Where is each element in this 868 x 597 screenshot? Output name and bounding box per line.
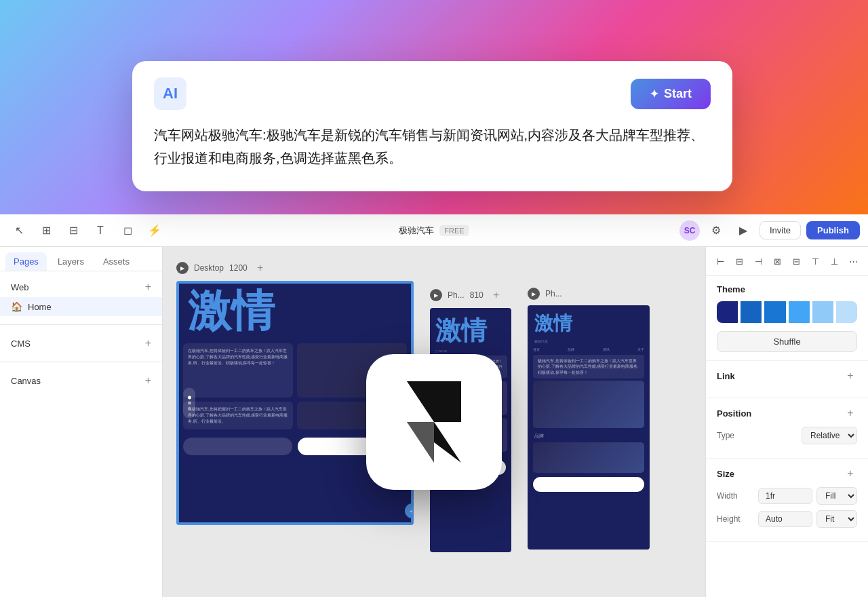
add-position-button[interactable]: + (844, 406, 857, 420)
text-tool[interactable]: T (90, 220, 111, 242)
home-icon: 🏠 (11, 301, 22, 312)
frame-add-phone[interactable]: + (489, 288, 504, 303)
brand-subtitle: 极驰汽车 (528, 339, 650, 346)
preview-button[interactable]: ▶ (732, 220, 754, 242)
ai-card-header: AI ✦ Start (154, 77, 711, 110)
height-input[interactable] (758, 511, 812, 527)
frame-play-brand[interactable]: ▶ (528, 288, 540, 300)
color-swatch-4[interactable] (789, 301, 810, 323)
align-tools: ⊢ ⊟ ⊣ ⊠ ⊟ ⊤ ⊥ ⋯ (706, 247, 868, 276)
main-area: Pages Layers Assets Web + 🏠 Home CMS + (0, 247, 868, 597)
shape-tool[interactable]: ◻ (117, 220, 138, 242)
width-input[interactable] (758, 488, 812, 504)
add-web-icon[interactable]: + (145, 281, 151, 293)
size-title: Size + (717, 467, 857, 480)
width-value: Fill (758, 487, 857, 505)
frame-text-block-1: 在极驰汽车,您将体验到一工二的购车之旅！跌入汽车世界的心脏,了解各大品牌的汽车性… (183, 343, 293, 398)
cursor-tool[interactable]: ↖ (8, 220, 30, 242)
frame-wrapper-brand: ▶ Ph... 激情 极驰汽车 首页 品牌 资讯 关于 极驰汽车,您将体验到一工… (528, 288, 650, 583)
settings-button[interactable]: ⚙ (705, 220, 727, 242)
position-title-text: Position (717, 408, 751, 419)
width-fill-select[interactable]: Fill (816, 487, 857, 505)
grid-tool[interactable]: ⊟ (62, 220, 84, 242)
component-tool[interactable]: ⚡ (144, 220, 165, 242)
position-type-label: Type (717, 431, 802, 440)
position-type-select[interactable]: Relative (802, 427, 857, 444)
free-badge: FREE (439, 225, 469, 236)
publish-button[interactable]: Publish (806, 221, 860, 239)
framer-logo-svg (393, 381, 475, 463)
frame-play-desktop[interactable]: ▶ (176, 262, 189, 274)
link-title-text: Link (717, 371, 735, 381)
sidebar-web-label: Web (11, 282, 29, 292)
add-element-button[interactable]: + (405, 503, 414, 518)
invite-button[interactable]: Invite (760, 221, 801, 239)
align-right-btn[interactable]: ⊣ (751, 252, 767, 270)
position-title: Position + (717, 406, 857, 420)
phone-date: 三 WR 四 (435, 349, 447, 353)
frame-name-brand: Ph... (545, 289, 562, 298)
frame-add-desktop[interactable]: + (253, 261, 268, 275)
size-section: Size + Width Fill Height (706, 459, 868, 542)
align-bottom-btn[interactable]: ⊥ (826, 252, 842, 270)
tab-layers[interactable]: Layers (50, 252, 92, 271)
frame-text-2: 在极驰汽车,您将把握刘一工二的购车之旅！跌入汽车世界的心脏,了解各大品牌的汽车性… (188, 406, 288, 425)
add-canvas-icon[interactable]: + (145, 374, 151, 387)
brand-frame[interactable]: 激情 极驰汽车 首页 品牌 资讯 关于 极驰汽车,您将体验到一工二的购车之旅！跌… (528, 305, 650, 550)
brand-image-1 (533, 381, 644, 428)
frame-play-phone[interactable]: ▶ (430, 289, 442, 301)
framer-logo-overlay (366, 354, 502, 490)
prompt-text[interactable]: 汽车网站极驰汽车:极驰汽车是新锐的汽车销售与新闻资讯网站,内容涉及各大品牌车型推… (154, 123, 711, 170)
color-swatch-3[interactable] (764, 301, 785, 323)
start-button[interactable]: ✦ Start (631, 79, 711, 109)
distribute-v-btn[interactable]: ⊟ (789, 252, 805, 270)
add-size-button[interactable]: + (844, 467, 857, 480)
align-left-btn[interactable]: ⊢ (713, 252, 729, 270)
sidebar-tabs: Pages Layers Assets (0, 247, 162, 271)
frame-text-block-2: 在极驰汽车,您将把握刘一工二的购车之旅！跌入汽车世界的心脏,了解各大品牌的汽车性… (183, 402, 293, 429)
ai-logo: AI (154, 77, 186, 110)
brand-nav-1: 首页 (533, 347, 540, 351)
divider-1 (0, 324, 162, 325)
frames-container: ▶ Desktop 1200 + (163, 247, 705, 597)
width-row: Width Fill (717, 487, 857, 505)
align-center-h-btn[interactable]: ⊟ (732, 252, 748, 270)
sidebar-section-web-header[interactable]: Web + (0, 277, 162, 297)
sidebar-section-cms: CMS + (0, 328, 162, 359)
frame-label-desktop: ▶ Desktop 1200 + (176, 261, 414, 275)
color-swatch-2[interactable] (741, 301, 762, 323)
svg-marker-0 (407, 381, 461, 422)
start-label: Start (664, 87, 692, 101)
tab-assets[interactable]: Assets (95, 252, 138, 271)
distribute-h-btn[interactable]: ⊠ (770, 252, 786, 270)
theme-section: Theme Shuffle (706, 276, 868, 361)
color-swatch-6[interactable] (836, 301, 857, 323)
sidebar-item-home[interactable]: 🏠 Home (0, 297, 162, 316)
frame-label-brand: ▶ Ph... (528, 288, 650, 300)
add-cms-icon[interactable]: + (145, 337, 151, 349)
frame-big-text-desktop: 激情 (178, 282, 412, 339)
frame-width-desktop: 1200 (229, 263, 248, 273)
sidebar-canvas-label: Canvas (11, 376, 41, 386)
shuffle-button[interactable]: Shuffle (717, 331, 857, 352)
add-link-button[interactable]: + (844, 369, 857, 383)
more-align-btn[interactable]: ⋯ (845, 252, 861, 270)
sidebar-section-canvas-header[interactable]: Canvas + (0, 370, 162, 391)
sidebar-section-cms-header[interactable]: CMS + (0, 333, 162, 353)
sidebar-section-canvas: Canvas + (0, 365, 162, 396)
color-swatch-1[interactable] (717, 301, 738, 323)
canvas-area[interactable]: ▶ Desktop 1200 + (163, 247, 705, 597)
tab-pages[interactable]: Pages (5, 252, 47, 271)
app-container: ↖ ⊞ ⊟ T ◻ ⚡ 极驰汽车 FREE SC ⚙ ▶ Invite Publ… (0, 214, 868, 597)
color-swatch-5[interactable] (812, 301, 833, 323)
link-section: Link + (706, 361, 868, 398)
frame-name-desktop: Desktop (194, 263, 224, 273)
height-fit-select[interactable]: Fit (816, 510, 857, 528)
brand-text: 极驰汽车,您将体验到一工二的购车之旅！跌入汽车世界的心脏,了解各大品牌的汽车性能… (533, 355, 644, 379)
left-sidebar: Pages Layers Assets Web + 🏠 Home CMS + (0, 247, 163, 597)
height-label: Height (717, 514, 758, 524)
align-top-btn[interactable]: ⊤ (807, 252, 823, 270)
frame-tool[interactable]: ⊞ (35, 220, 57, 242)
sidebar-section-web: Web + 🏠 Home (0, 271, 162, 322)
theme-title: Theme (717, 284, 857, 294)
